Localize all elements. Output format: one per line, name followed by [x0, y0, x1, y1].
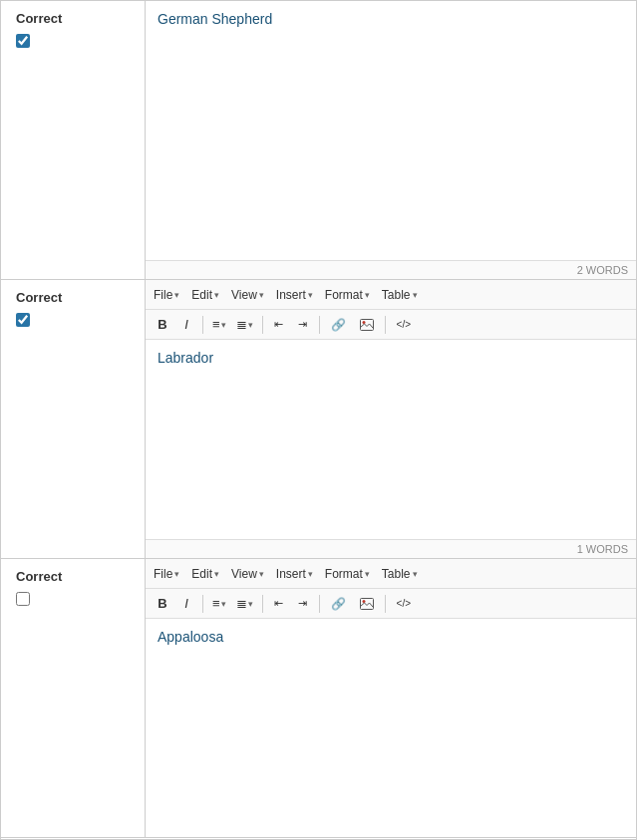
svg-point-3	[362, 600, 365, 603]
numbered-icon-2: ≣	[236, 317, 247, 332]
edit-arrow-3: ▾	[214, 569, 219, 579]
view-arrow-3: ▾	[259, 569, 264, 579]
italic-button-2[interactable]: I	[175, 314, 197, 336]
editor-area-3[interactable]: Appaloosa	[146, 619, 636, 837]
italic-button-3[interactable]: I	[175, 593, 197, 615]
bullet-list-3[interactable]: ≡ ▾	[208, 593, 230, 615]
main-container: Correct German Shepherd 2 WORDS Correct	[0, 0, 637, 840]
menu-toolbar-3: File ▾ Edit ▾ View ▾ Insert ▾	[146, 559, 636, 589]
menu-file-2[interactable]: File ▾	[152, 286, 181, 304]
content-text-3: Appaloosa	[158, 629, 223, 645]
indent-right-button-3[interactable]: ⇥	[292, 593, 314, 615]
indent-left-button-2[interactable]: ⇤	[268, 314, 290, 336]
view-arrow-2: ▾	[259, 290, 264, 300]
numbered-arrow-3: ▾	[248, 599, 253, 609]
bullet-arrow-3: ▾	[221, 599, 226, 609]
correct-label-2: Correct	[16, 290, 130, 305]
numbered-list-2[interactable]: ≣ ▾	[232, 314, 257, 336]
right-col-2: File ▾ Edit ▾ View ▾ Insert ▾	[146, 280, 636, 558]
sep1-2	[202, 316, 203, 334]
link-button-2[interactable]: 🔗	[325, 314, 352, 336]
menu-table-2[interactable]: Table ▾	[380, 286, 420, 304]
right-col-1: German Shepherd 2 WORDS	[146, 1, 636, 279]
sep1-3	[202, 595, 203, 613]
left-col-2: Correct	[1, 280, 146, 558]
menu-edit-2[interactable]: Edit ▾	[189, 286, 221, 304]
correct-label-3: Correct	[16, 569, 130, 584]
bold-button-3[interactable]: B	[152, 593, 173, 615]
menu-format-2[interactable]: Format ▾	[323, 286, 372, 304]
content-text-1: German Shepherd	[158, 11, 272, 27]
edit-arrow-2: ▾	[214, 290, 219, 300]
menu-view-2[interactable]: View ▾	[229, 286, 266, 304]
left-col-3: Correct	[1, 559, 146, 837]
svg-point-1	[362, 321, 365, 324]
numbered-arrow-2: ▾	[248, 320, 253, 330]
bullet-icon-2: ≡	[212, 317, 220, 332]
file-arrow-3: ▾	[174, 569, 179, 579]
bold-button-2[interactable]: B	[152, 314, 173, 336]
sep4-3	[385, 595, 386, 613]
indent-left-button-3[interactable]: ⇤	[268, 593, 290, 615]
indent-right-button-2[interactable]: ⇥	[292, 314, 314, 336]
image-button-3[interactable]	[354, 593, 380, 615]
menu-format-3[interactable]: Format ▾	[323, 565, 372, 583]
correct-checkbox-3[interactable]	[16, 592, 30, 606]
numbered-list-3[interactable]: ≣ ▾	[232, 593, 257, 615]
left-col-1: Correct	[1, 1, 146, 279]
menu-file-3[interactable]: File ▾	[152, 565, 181, 583]
row-2: Correct File ▾ Edit ▾ View	[1, 280, 636, 559]
menu-insert-3[interactable]: Insert ▾	[274, 565, 315, 583]
right-col-3: File ▾ Edit ▾ View ▾ Insert ▾	[146, 559, 636, 837]
format-toolbar-2: B I ≡ ▾ ≣ ▾ ⇤ ⇥ 🔗	[146, 310, 636, 340]
menu-insert-2[interactable]: Insert ▾	[274, 286, 315, 304]
table-arrow-3: ▾	[413, 569, 418, 579]
checkbox-wrapper-3	[16, 592, 130, 606]
word-count-1: 2 WORDS	[146, 260, 636, 279]
format-arrow-3: ▾	[365, 569, 370, 579]
file-arrow-2: ▾	[174, 290, 179, 300]
insert-arrow-3: ▾	[308, 569, 313, 579]
sep4-2	[385, 316, 386, 334]
correct-label-1: Correct	[16, 11, 130, 26]
correct-checkbox-2[interactable]	[16, 313, 30, 327]
menu-items-2: File ▾ Edit ▾ View ▾ Insert ▾	[152, 286, 420, 304]
link-button-3[interactable]: 🔗	[325, 593, 352, 615]
checkbox-wrapper-2	[16, 313, 130, 327]
content-text-2: Labrador	[158, 350, 213, 366]
table-arrow-2: ▾	[413, 290, 418, 300]
format-arrow-2: ▾	[365, 290, 370, 300]
menu-toolbar-2: File ▾ Edit ▾ View ▾ Insert ▾	[146, 280, 636, 310]
row-1: Correct German Shepherd 2 WORDS	[1, 1, 636, 280]
code-button-3[interactable]: </>	[391, 593, 417, 615]
image-button-2[interactable]	[354, 314, 380, 336]
editor-content-1[interactable]: German Shepherd	[146, 1, 636, 260]
code-button-2[interactable]: </>	[391, 314, 417, 336]
insert-arrow-2: ▾	[308, 290, 313, 300]
svg-rect-0	[360, 319, 373, 330]
numbered-icon-3: ≣	[236, 596, 247, 611]
sep3-3	[319, 595, 320, 613]
menu-table-3[interactable]: Table ▾	[380, 565, 420, 583]
row-3: Correct File ▾ Edit ▾ View	[1, 559, 636, 838]
checkbox-wrapper-1	[16, 34, 130, 48]
sep2-3	[262, 595, 263, 613]
bullet-icon-3: ≡	[212, 596, 220, 611]
editor-area-2[interactable]: Labrador	[146, 340, 636, 539]
bullet-list-2[interactable]: ≡ ▾	[208, 314, 230, 336]
sep2-2	[262, 316, 263, 334]
correct-checkbox-1[interactable]	[16, 34, 30, 48]
sep3-2	[319, 316, 320, 334]
menu-items-3: File ▾ Edit ▾ View ▾ Insert ▾	[152, 565, 420, 583]
svg-rect-2	[360, 598, 373, 609]
menu-edit-3[interactable]: Edit ▾	[189, 565, 221, 583]
word-count-2: 1 WORDS	[146, 539, 636, 558]
menu-view-3[interactable]: View ▾	[229, 565, 266, 583]
format-toolbar-3: B I ≡ ▾ ≣ ▾ ⇤ ⇥ 🔗	[146, 589, 636, 619]
bullet-arrow-2: ▾	[221, 320, 226, 330]
